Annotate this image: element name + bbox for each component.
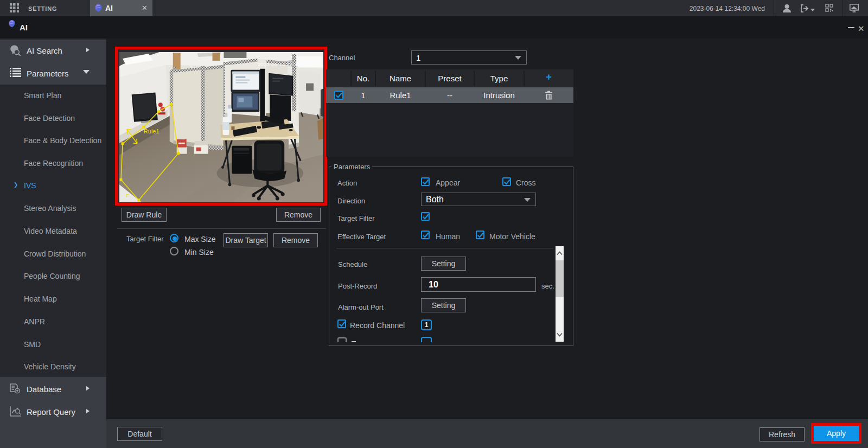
svg-text:Rule1: Rule1 <box>144 128 159 135</box>
svg-text:F: F <box>126 193 129 199</box>
svg-text:2023-06-14 13:33:58: 2023-06-14 13:33:58 <box>258 61 308 67</box>
